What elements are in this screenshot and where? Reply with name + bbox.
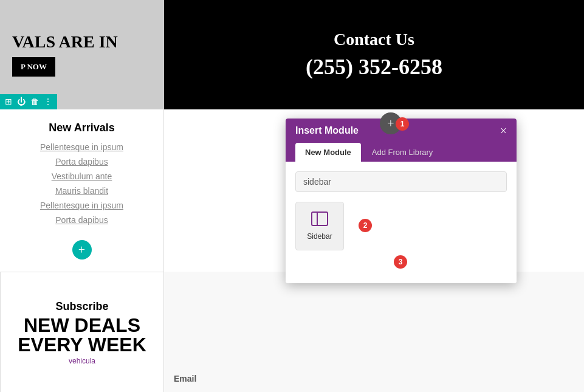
dialog-title: Insert Module (295, 125, 359, 136)
bottom-right: Email (164, 272, 584, 392)
nav-link-1[interactable]: Pellentesque in ipsum (40, 142, 123, 152)
nav-link-5[interactable]: Pellentesque in ipsum (40, 201, 123, 210)
banner-button[interactable]: P NOW (12, 57, 55, 77)
nav-link-2[interactable]: Porta dapibus (55, 157, 108, 167)
trash-icon[interactable]: 🗑 (30, 97, 39, 107)
sidebar-module-label: Sidebar (307, 232, 332, 241)
list-item[interactable]: Vestibulum ante (40, 171, 123, 182)
dialog-tabs: New Module Add From Library (286, 143, 517, 162)
banner-title: VALS ARE IN (12, 33, 152, 52)
more-icon[interactable]: ⋮ (44, 97, 52, 107)
nav-link-4[interactable]: Mauris blandit (55, 186, 108, 196)
tab-add-from-library[interactable]: Add From Library (362, 143, 442, 162)
middle-left: New Arrivals Pellentesque in ipsum Porta… (0, 109, 164, 272)
contact-title: Contact Us (334, 30, 414, 49)
step-badge-2: 2 (359, 219, 372, 232)
deals-title: NEW DEALS (24, 315, 140, 335)
toolbar-bar: ⊞ ⏻ 🗑 ⋮ (0, 94, 57, 109)
dialog-close-button[interactable]: × (500, 125, 507, 137)
list-item[interactable]: Pellentesque in ipsum (40, 200, 123, 211)
list-item[interactable]: Pellentesque in ipsum (40, 142, 123, 153)
nav-link-6[interactable]: Porta dapibus (55, 215, 108, 225)
bottom-left: Subscribe NEW DEALS EVERY WEEK vehicula (0, 272, 164, 392)
add-content-button[interactable]: + (72, 240, 92, 260)
list-item[interactable]: Porta dapibus (40, 215, 123, 225)
vehicula-link[interactable]: vehicula (69, 357, 95, 365)
email-label: Email (174, 374, 574, 383)
step-badge-1: 1 (396, 117, 409, 131)
sidebar-module-item[interactable]: Sidebar (295, 202, 344, 250)
step-badge-3: 3 (394, 255, 407, 269)
grid-icon[interactable]: ⊞ (5, 97, 12, 107)
power-icon[interactable]: ⏻ (17, 97, 26, 107)
nav-link-3[interactable]: Vestibulum ante (52, 171, 112, 181)
every-week-title: EVERY WEEK (18, 335, 146, 354)
banner-left: VALS ARE IN P NOW ⊞ ⏻ 🗑 ⋮ (0, 0, 164, 109)
subscribe-title: Subscribe (55, 300, 108, 313)
svg-rect-0 (312, 212, 328, 225)
tab-new-module[interactable]: New Module (295, 143, 361, 162)
list-item[interactable]: Mauris blandit (40, 185, 123, 196)
module-grid: Sidebar (295, 202, 507, 250)
top-banner: VALS ARE IN P NOW ⊞ ⏻ 🗑 ⋮ Contact Us (25… (0, 0, 584, 109)
sidebar-module-icon (311, 211, 328, 230)
bottom-section: Subscribe NEW DEALS EVERY WEEK vehicula … (0, 272, 584, 392)
nav-links: Pellentesque in ipsum Porta dapibus Vest… (40, 142, 123, 229)
new-arrivals-title: New Arrivals (49, 122, 114, 134)
banner-right: Contact Us (255) 352-6258 (164, 0, 584, 109)
module-search-input[interactable] (295, 171, 507, 192)
contact-phone: (255) 352-6258 (306, 54, 442, 80)
list-item[interactable]: Porta dapibus (40, 156, 123, 167)
